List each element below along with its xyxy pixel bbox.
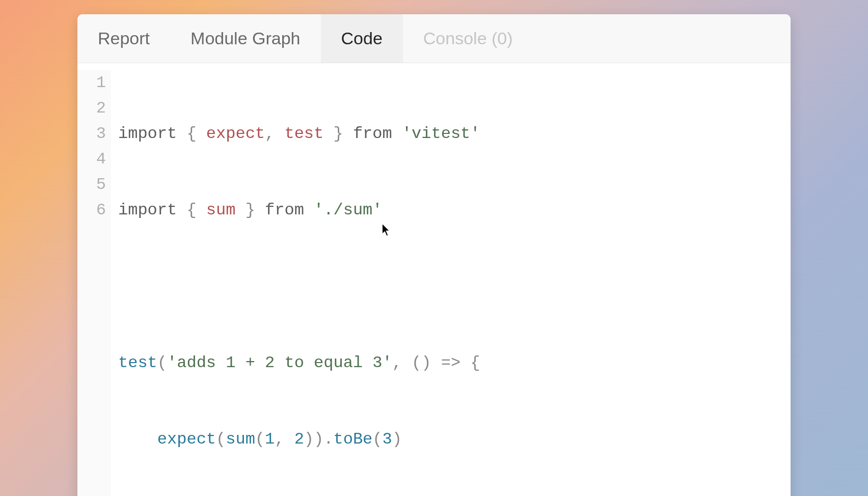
line-number-gutter: 1 2 3 4 5 6	[77, 70, 111, 496]
punct: ,	[275, 430, 294, 449]
code-content: import { expect, test } from 'vitest' im…	[111, 70, 480, 496]
string-literal: './sum'	[314, 201, 382, 219]
keyword-import: import	[118, 124, 177, 143]
keyword-from: from	[343, 124, 402, 143]
punct: (	[372, 430, 382, 449]
number-literal: 3	[382, 430, 392, 449]
code-line	[118, 274, 480, 299]
code-line: expect(sum(1, 2)).toBe(3)	[118, 427, 480, 452]
punct: (	[255, 430, 265, 449]
app-window: Report Module Graph Code Console (0) 1 2…	[77, 14, 791, 496]
line-number: 2	[91, 96, 106, 121]
punct: {	[460, 353, 480, 372]
punct: }	[323, 124, 343, 143]
tab-console[interactable]: Console (0)	[403, 14, 533, 63]
punct: ,	[392, 353, 402, 372]
code-line: test('adds 1 + 2 to equal 3', () => {	[118, 350, 480, 376]
code-line: import { sum } from './sum'	[118, 198, 480, 223]
tab-code[interactable]: Code	[321, 14, 403, 63]
punct: )	[304, 430, 314, 449]
line-number: 1	[91, 70, 106, 96]
number-literal: 2	[294, 430, 304, 449]
punct: (	[216, 430, 226, 449]
ident-sum: sum	[206, 201, 236, 219]
punct: (	[157, 353, 167, 372]
string-literal: 'vitest'	[402, 124, 480, 143]
indent	[118, 430, 157, 449]
punct: {	[177, 124, 206, 143]
line-number: 3	[91, 121, 106, 147]
punct: {	[177, 201, 206, 219]
keyword-from: from	[255, 201, 314, 219]
line-number: 6	[91, 198, 106, 223]
line-number: 5	[91, 172, 106, 198]
punct: }	[235, 201, 255, 219]
arrow-op: =>	[441, 353, 460, 372]
call-sum: sum	[226, 430, 255, 449]
punct: .	[323, 430, 333, 449]
punct: ()	[402, 353, 441, 372]
string-literal: 'adds 1 + 2 to equal 3'	[167, 353, 392, 372]
keyword-import: import	[118, 201, 177, 219]
code-editor[interactable]: 1 2 3 4 5 6 import { expect, test } from…	[77, 63, 791, 496]
number-literal: 1	[265, 430, 275, 449]
call-toBe: toBe	[333, 430, 372, 449]
punct: ,	[265, 124, 284, 143]
punct: )	[392, 430, 402, 449]
tab-report[interactable]: Report	[77, 14, 170, 63]
ident-expect: expect	[206, 124, 265, 143]
tab-module-graph[interactable]: Module Graph	[170, 14, 320, 63]
call-expect: expect	[157, 430, 216, 449]
punct: )	[314, 430, 323, 449]
tab-bar: Report Module Graph Code Console (0)	[77, 14, 791, 63]
ident-test: test	[284, 124, 323, 143]
call-test: test	[118, 353, 157, 372]
line-number: 4	[91, 147, 106, 172]
code-line: import { expect, test } from 'vitest'	[118, 121, 480, 147]
